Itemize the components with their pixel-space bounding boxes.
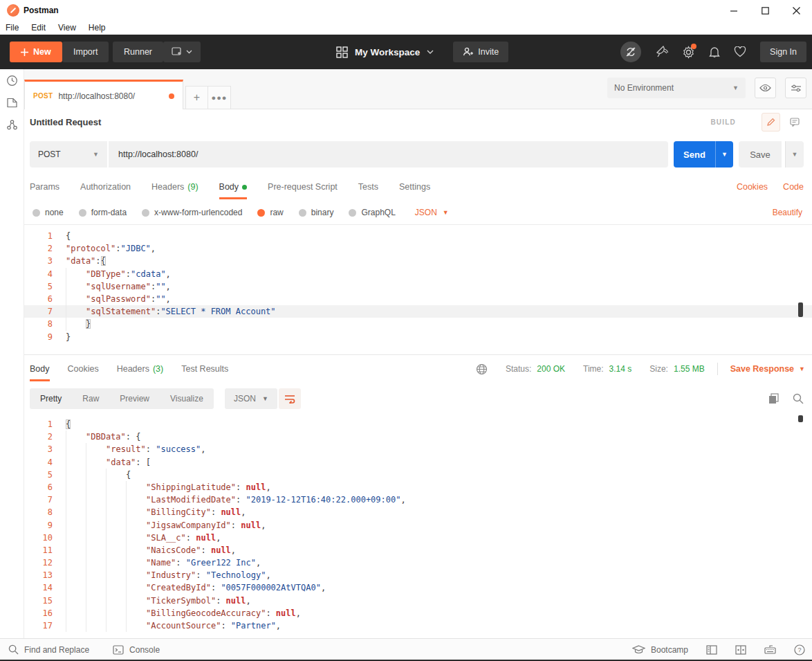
code-line[interactable]: 14"CreatedById": "0057F000002AtVTQA0", [24, 581, 812, 594]
code-link[interactable]: Code [783, 182, 804, 192]
code-line[interactable]: 13"Industry": "Technology", [24, 569, 812, 581]
code-line[interactable]: 2"DBData": { [24, 431, 812, 443]
minimize-button[interactable] [719, 0, 750, 21]
code-line[interactable]: 17"AccountSource": "Partner", [24, 619, 812, 632]
environment-settings-button[interactable] [785, 78, 806, 98]
method-select[interactable]: POST ▼ [30, 141, 107, 167]
tab-authorization[interactable]: Authorization [80, 173, 131, 201]
radio-binary[interactable]: binary [299, 208, 334, 217]
radio-raw[interactable]: raw [257, 208, 283, 217]
radio-none[interactable]: none [33, 208, 64, 217]
code-line[interactable]: 5{ [24, 469, 812, 481]
request-editor-scrollbar[interactable] [798, 302, 803, 317]
response-tab-body[interactable]: Body [30, 355, 50, 383]
body-language-select[interactable]: JSON ▼ [415, 208, 449, 217]
view-visualize[interactable]: Visualize [160, 394, 214, 404]
notifications-bell-icon[interactable] [709, 46, 720, 58]
response-tab-test-results[interactable]: Test Results [181, 355, 228, 383]
tab-headers[interactable]: Headers(9) [151, 173, 199, 201]
comments-button[interactable] [785, 113, 804, 132]
runner-button[interactable]: Runner [113, 42, 163, 62]
new-button[interactable]: New [10, 42, 62, 62]
favorites-heart-icon[interactable] [734, 46, 746, 57]
tab-options-button[interactable]: ●●● [208, 86, 231, 109]
save-button[interactable]: Save [739, 141, 782, 167]
save-response-button[interactable]: Save Response ▼ [730, 364, 805, 374]
console-button[interactable]: Console [113, 645, 160, 655]
search-response-button[interactable] [793, 393, 804, 404]
tab-body[interactable]: Body [219, 173, 248, 201]
response-editor-scrollbar[interactable] [798, 415, 803, 422]
code-line[interactable]: 1{ [24, 230, 812, 242]
menu-help[interactable]: Help [89, 23, 106, 33]
environment-quick-look-button[interactable] [755, 78, 776, 98]
code-line[interactable]: 3"result": "success", [24, 443, 812, 455]
workspace-selector[interactable]: My Workspace [355, 47, 420, 57]
code-line[interactable]: 2"protocol":"JDBC", [24, 242, 812, 255]
capture-requests-icon[interactable] [655, 46, 668, 58]
code-line[interactable]: 11"NaicsCode": null, [24, 544, 812, 556]
sync-disabled-icon[interactable] [620, 42, 641, 62]
close-button[interactable] [781, 0, 812, 21]
tab-params[interactable]: Params [30, 173, 59, 201]
beautify-link[interactable]: Beautify [773, 208, 802, 217]
response-tab-headers[interactable]: Headers(3) [117, 355, 164, 383]
response-body-editor[interactable]: 1{2"DBData": {3"result": "success",4"dat… [24, 414, 812, 638]
view-raw[interactable]: Raw [72, 394, 109, 404]
view-pretty[interactable]: Pretty [30, 394, 72, 404]
radio-form-data[interactable]: form-data [79, 208, 127, 217]
code-line[interactable]: 7"sqlStatement":"SELECT * FROM Account" [24, 305, 812, 318]
url-input[interactable]: http://localhost:8080/ [109, 141, 668, 167]
code-line[interactable]: 7"LastModifiedDate": "2019-12-12T16:40:2… [24, 494, 812, 506]
code-line[interactable]: 6"sqlPassword":"", [24, 293, 812, 305]
code-line[interactable]: 9"JigsawCompanyId": null, [24, 519, 812, 532]
tab-settings[interactable]: Settings [399, 173, 430, 201]
code-line[interactable]: 3"data":{ [24, 255, 812, 267]
send-button[interactable]: Send [674, 141, 715, 167]
new-tab-button[interactable]: + [185, 86, 208, 109]
settings-gear-icon[interactable] [682, 46, 695, 59]
wrap-lines-button[interactable] [279, 388, 301, 409]
menu-edit[interactable]: Edit [31, 23, 46, 33]
code-line[interactable]: 9} [24, 331, 812, 343]
code-line[interactable]: 16"BillingGeocodeAccuracy": null, [24, 607, 812, 619]
menu-view[interactable]: View [58, 23, 76, 33]
copy-response-button[interactable] [768, 393, 779, 404]
code-line[interactable]: 6"ShippingLatitude": null, [24, 481, 812, 494]
help-button[interactable]: ? [794, 644, 805, 655]
code-line[interactable]: 1{ [24, 418, 812, 431]
bootcamp-button[interactable]: Bootcamp [632, 645, 688, 655]
response-tab-cookies[interactable]: Cookies [68, 355, 99, 383]
save-options-button[interactable]: ▼ [785, 141, 804, 167]
environment-select[interactable]: No Environment ▼ [607, 78, 746, 98]
collections-icon[interactable] [6, 97, 18, 109]
chevron-down-icon[interactable] [427, 50, 434, 55]
invite-button[interactable]: Invite [453, 42, 508, 62]
import-button[interactable]: Import [62, 42, 109, 62]
keyboard-shortcuts-button[interactable] [764, 644, 776, 655]
radio-x-www-form-urlencoded[interactable]: x-www-form-urlencoded [142, 208, 242, 217]
find-and-replace-button[interactable]: Find and Replace [8, 644, 89, 655]
sign-in-button[interactable]: Sign In [760, 42, 806, 62]
two-pane-layout-button[interactable] [735, 645, 746, 655]
apis-network-icon[interactable] [6, 119, 18, 131]
view-preview[interactable]: Preview [109, 394, 160, 404]
request-tab[interactable]: POST http://localhost:8080/ [24, 80, 183, 110]
code-line[interactable]: 10"SLA__c": null, [24, 532, 812, 544]
history-icon[interactable] [6, 75, 18, 87]
response-language-select[interactable]: JSON ▼ [225, 388, 277, 409]
single-pane-layout-button[interactable] [706, 645, 717, 655]
code-line[interactable]: 4"data": [ [24, 456, 812, 469]
code-line[interactable]: 8} [24, 318, 812, 330]
code-line[interactable]: 15"TickerSymbol": null, [24, 595, 812, 607]
code-line[interactable]: 8"BillingCity": null, [24, 506, 812, 518]
radio-graphql[interactable]: GraphQL [349, 208, 395, 217]
code-line[interactable]: 5"sqlUsername":"", [24, 280, 812, 293]
code-line[interactable]: 12"Name": "Greer122 Inc", [24, 556, 812, 569]
menu-file[interactable]: File [6, 23, 19, 33]
cookies-link[interactable]: Cookies [737, 182, 768, 192]
maximize-button[interactable] [750, 0, 781, 21]
tab-pre-request-script[interactable]: Pre-request Script [268, 173, 338, 201]
open-new-window-button[interactable] [163, 42, 201, 62]
send-options-button[interactable]: ▼ [715, 141, 733, 167]
